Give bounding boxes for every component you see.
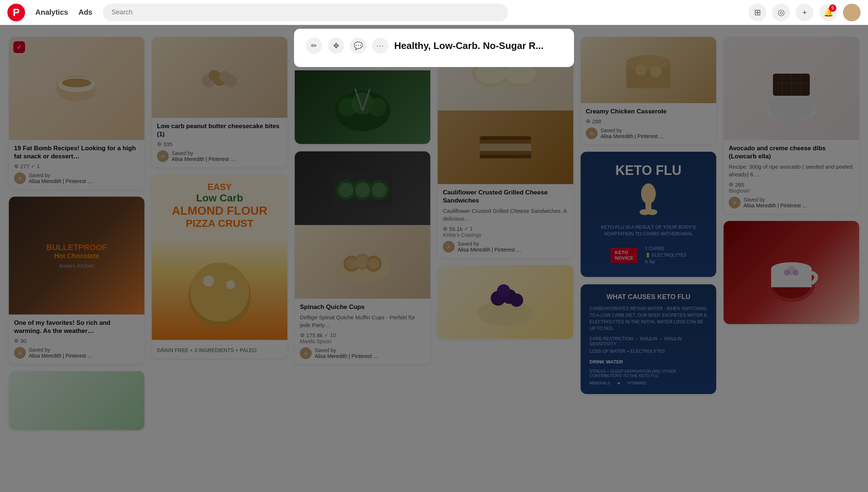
comment-button[interactable]: 💬: [350, 38, 366, 54]
search-input[interactable]: [103, 4, 508, 21]
main-nav: Analytics Ads: [31, 5, 97, 20]
add-icon-button[interactable]: +: [796, 4, 813, 21]
board-modal: ✏ ✥ 💬 ⋯ Healthy, Low-Carb. No-Sugar R...: [294, 29, 574, 67]
more-button[interactable]: ⋯: [372, 38, 388, 54]
notification-badge: 9: [829, 4, 836, 12]
header-icons: ⊞ ◎ + 🔔 9: [749, 4, 861, 21]
modal-toolbar: ✏ ✥ 💬 ⋯ Healthy, Low-Carb. No-Sugar R...: [306, 38, 562, 54]
edit-button[interactable]: ✏: [306, 38, 322, 54]
pinterest-logo[interactable]: P: [7, 4, 25, 21]
notifications-button[interactable]: 🔔 9: [819, 4, 837, 21]
nav-analytics[interactable]: Analytics: [31, 5, 73, 20]
compass-icon-button[interactable]: ◎: [772, 4, 790, 21]
overlay[interactable]: ✏ ✥ 💬 ⋯ Healthy, Low-Carb. No-Sugar R...: [0, 0, 868, 492]
grid-icon-button[interactable]: ⊞: [749, 4, 766, 21]
header: P Analytics Ads ⊞ ◎ + 🔔 9: [0, 0, 868, 25]
user-avatar[interactable]: [843, 4, 861, 21]
modal-title: Healthy, Low-Carb. No-Sugar R...: [394, 40, 562, 52]
move-button[interactable]: ✥: [328, 38, 344, 54]
nav-ads[interactable]: Ads: [74, 5, 97, 20]
